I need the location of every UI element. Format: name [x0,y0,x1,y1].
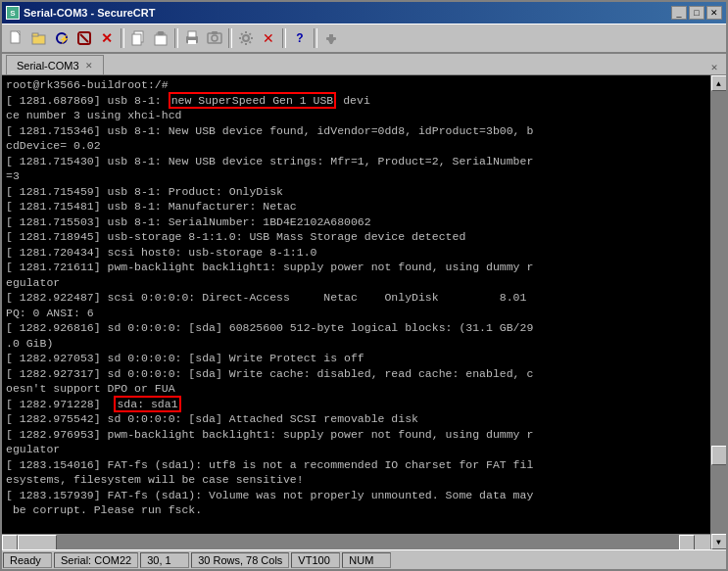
h-scroll-thumb[interactable] [18,535,57,550]
print-button[interactable] [181,27,203,49]
svg-point-16 [212,35,218,41]
svg-rect-14 [188,31,196,37]
highlight-sda: sda: sda1 [114,396,180,412]
v-scrollbar: ▲ ▼ [710,75,726,549]
terminal-line: [ 1283.154016] FAT-fs (sda1): utf8 is no… [6,457,706,473]
screenshot-button[interactable] [204,27,225,49]
terminal-line: [ 1281.715430] usb 8-1: New USB device s… [6,154,706,169]
scroll-left-button[interactable]: ◀ [2,535,18,550]
scroll-corner [695,535,710,550]
scroll-right-button[interactable]: ▶ [679,535,695,550]
svg-rect-20 [329,34,333,37]
svg-rect-17 [212,31,218,34]
terminal-line: esystems, filesystem will be case sensit… [6,472,706,488]
v-scroll-thumb[interactable] [711,446,727,465]
h-scroll-track [18,535,679,550]
status-position-text: 30, 1 [147,554,170,566]
tab-bar-close-icon[interactable]: ✕ [706,59,722,74]
status-serial: Serial: COM22 [54,552,138,568]
terminal-container[interactable]: root@rk3566-buildroot:/# [ 1281.687869] … [2,75,710,549]
terminal-line: [ 1282.927317] sd 0:0:0:0: [sda] Write c… [6,366,706,382]
settings-button[interactable] [235,27,257,49]
terminal-line: ce number 3 using xhci-hcd [6,108,706,123]
app-icon: S [6,6,20,20]
terminal-line: .0 GiB) [6,336,706,352]
disconnect-button[interactable] [73,27,95,49]
stop-button[interactable]: ✕ [96,27,118,49]
status-terminal: VT100 [291,552,340,568]
open-button[interactable] [28,27,50,49]
terminal-line: [ 1281.687869] usb 8-1: new SuperSpeed G… [6,93,706,109]
maximize-button[interactable]: □ [689,6,704,20]
v-scroll-track [711,91,727,534]
title-bar-text: S Serial-COM3 - SecureCRT [6,6,155,20]
help-button[interactable]: ? [289,27,311,49]
title-bar: S Serial-COM3 - SecureCRT _ □ ✕ [2,2,726,24]
tab-serial-com3[interactable]: Serial-COM3 ✕ [6,55,104,74]
connect-button[interactable]: ⚡ [51,27,73,49]
terminal-line: [ 1282.926816] sd 0:0:0:0: [sda] 6082560… [6,320,706,336]
status-num: NUM [342,552,391,568]
toolbar-separator-3 [228,28,232,48]
terminal-wrapper: root@rk3566-buildroot:/# [ 1281.687869] … [2,75,726,549]
terminal-line: [ 1281.720434] scsi host0: usb-storage 8… [6,245,706,261]
terminal-line: [ 1281.718945] usb-storage 8-1:1.0: USB … [6,229,706,245]
terminal-line: egulator [6,275,706,291]
toolbar-separator-5 [314,28,317,48]
minimize-button[interactable]: _ [671,6,687,20]
status-bar: Ready Serial: COM22 30, 1 30 Rows, 78 Co… [2,549,726,569]
paste-button[interactable] [150,27,171,49]
delete-button[interactable]: ✕ [258,27,279,49]
tab-bar: Serial-COM3 ✕ ✕ [2,54,726,75]
svg-rect-10 [155,35,167,45]
terminal-line: [ 1281.715481] usb 8-1: Manufacturer: Ne… [6,199,706,214]
terminal-line: PQ: 0 ANSI: 6 [6,306,706,321]
terminal-line: cdDevice= 0.02 [6,138,706,154]
terminal-line: [ 1282.922487] scsi 0:0:0:0: Direct-Acce… [6,290,706,306]
terminal-scroll: root@rk3566-buildroot:/# [ 1281.687869] … [2,75,710,534]
terminal-line: =3 [6,168,706,184]
scroll-up-button[interactable]: ▲ [711,75,727,91]
svg-rect-13 [188,40,196,44]
toolbar-separator-4 [282,28,286,48]
status-ready: Ready [3,552,52,568]
terminal-line: oesn't support DPO or FUA [6,381,706,397]
terminal-line: [ 1281.715459] usb 8-1: Product: OnlyDis… [6,184,706,200]
status-serial-text: Serial: COM22 [61,554,131,566]
h-scrollbar: ◀ ▶ [2,534,710,549]
svg-rect-11 [158,31,164,35]
toolbar-area: ⚡ ✕ ✕ ? [2,24,726,54]
svg-rect-8 [132,34,141,45]
copy-button[interactable] [127,27,149,49]
status-dimensions-text: 30 Rows, 78 Cols [198,554,282,566]
svg-rect-2 [32,33,38,36]
terminal-line: [ 1283.157939] FAT-fs (sda1): Volume was… [6,488,706,503]
svg-rect-19 [326,37,336,40]
terminal-line: [ 1281.715503] usb 8-1: SerialNumber: 1B… [6,214,706,230]
status-position: 30, 1 [140,552,189,568]
scroll-down-button[interactable]: ▼ [711,534,727,549]
status-num-text: NUM [349,554,373,566]
status-ready-text: Ready [10,554,41,566]
status-dimensions: 30 Rows, 78 Cols [191,552,289,568]
terminal-line: egulator [6,442,706,457]
tab-bar-right: ✕ [706,59,722,74]
tools-button[interactable] [320,27,342,49]
terminal-line: [ 1281.721611] pwm-backlight backlight1:… [6,260,706,275]
toolbar: ⚡ ✕ ✕ ? [2,24,726,53]
tab-label: Serial-COM3 [17,60,79,71]
highlight-superspeed: new SuperSpeed Gen 1 USB [169,92,337,109]
terminal-line: root@rk3566-buildroot:/# [6,77,706,93]
svg-text:⚡: ⚡ [59,33,70,45]
close-button[interactable]: ✕ [706,6,722,20]
terminal-line: [ 1282.927053] sd 0:0:0:0: [sda] Write P… [6,351,706,366]
tab-close-icon[interactable]: ✕ [85,61,93,71]
window-title: Serial-COM3 - SecureCRT [24,7,155,19]
svg-marker-21 [328,40,334,44]
terminal-line: be corrupt. Please run fsck. [6,502,706,518]
new-button[interactable] [6,27,27,49]
main-window: S Serial-COM3 - SecureCRT _ □ ✕ ⚡ ✕ [0,0,728,571]
toolbar-separator-1 [121,28,124,48]
status-terminal-text: VT100 [298,554,329,566]
svg-line-6 [80,34,88,42]
